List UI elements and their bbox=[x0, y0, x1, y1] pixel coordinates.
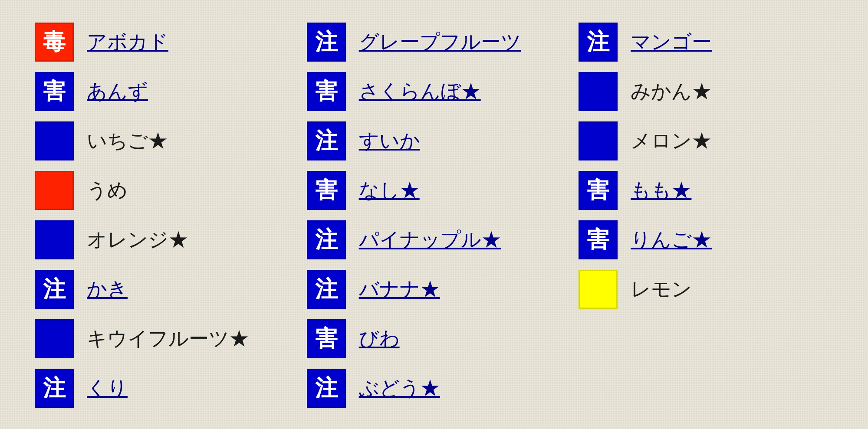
fruit-name: キウイフルーツ★ bbox=[87, 325, 249, 352]
fruit-link[interactable]: りんご★ bbox=[631, 228, 712, 251]
fruit-grid: 毒アボカド害あんずいちご★うめオレンジ★注かきキウイフルーツ★注くり注グレープフ… bbox=[26, 17, 842, 413]
badge-chu: 注 bbox=[307, 270, 346, 309]
badge-chu: 注 bbox=[307, 369, 346, 408]
fruit-link[interactable]: パイナップル★ bbox=[359, 228, 501, 251]
badge-gai: 害 bbox=[579, 171, 618, 210]
fruit-link[interactable]: アボカド bbox=[87, 30, 168, 53]
fruit-name[interactable]: もも★ bbox=[631, 177, 691, 204]
badge-gai: 害 bbox=[307, 171, 346, 210]
fruit-link[interactable]: なし★ bbox=[359, 179, 420, 201]
fruit-link[interactable]: グレープフルーツ bbox=[359, 30, 521, 53]
fruit-name: みかん★ bbox=[631, 78, 712, 105]
fruit-name[interactable]: あんず bbox=[87, 78, 148, 105]
fruit-row: 注すいか bbox=[298, 116, 570, 166]
fruit-row: 害さくらんぼ★ bbox=[298, 67, 570, 116]
fruit-link[interactable]: さくらんぼ★ bbox=[359, 80, 481, 102]
fruit-name[interactable]: りんご★ bbox=[631, 226, 712, 253]
fruit-name[interactable]: なし★ bbox=[359, 177, 420, 204]
fruit-row: 害びわ bbox=[298, 314, 570, 364]
badge-doku: 毒 bbox=[35, 23, 74, 62]
fruit-row: 害りんご★ bbox=[570, 215, 842, 265]
badge-blue-plain bbox=[35, 121, 74, 160]
fruit-row: 毒アボカド bbox=[26, 17, 298, 67]
column-0: 毒アボカド害あんずいちご★うめオレンジ★注かきキウイフルーツ★注くり bbox=[26, 17, 298, 413]
fruit-link[interactable]: かき bbox=[87, 278, 128, 300]
fruit-name[interactable]: かき bbox=[87, 276, 128, 303]
fruit-row: 注パイナップル★ bbox=[298, 215, 570, 265]
fruit-row: 注かき bbox=[26, 265, 298, 314]
fruit-name: オレンジ★ bbox=[87, 226, 188, 253]
fruit-row: 注グレープフルーツ bbox=[298, 17, 570, 67]
fruit-row: うめ bbox=[26, 166, 298, 215]
fruit-link[interactable]: マンゴー bbox=[631, 30, 712, 53]
fruit-row: みかん★ bbox=[570, 67, 842, 116]
badge-gai: 害 bbox=[35, 72, 74, 111]
fruit-name[interactable]: マンゴー bbox=[631, 29, 712, 56]
column-1: 注グレープフルーツ害さくらんぼ★注すいか害なし★注パイナップル★注バナナ★害びわ… bbox=[298, 17, 570, 413]
fruit-row: 害もも★ bbox=[570, 166, 842, 215]
fruit-name[interactable]: くり bbox=[87, 375, 128, 402]
fruit-name[interactable]: ぶどう★ bbox=[359, 375, 440, 402]
badge-chu: 注 bbox=[307, 220, 346, 259]
fruit-name[interactable]: さくらんぼ★ bbox=[359, 78, 481, 105]
fruit-name[interactable]: びわ bbox=[359, 325, 400, 352]
fruit-link[interactable]: すいか bbox=[359, 129, 420, 152]
fruit-name[interactable]: アボカド bbox=[87, 29, 168, 56]
column-2: 注マンゴーみかん★メロン★害もも★害りんご★レモン bbox=[570, 17, 842, 413]
fruit-name[interactable]: パイナップル★ bbox=[359, 226, 501, 253]
badge-red-plain bbox=[35, 171, 74, 210]
badge-gai: 害 bbox=[307, 72, 346, 111]
fruit-row: 注バナナ★ bbox=[298, 265, 570, 314]
badge-chu: 注 bbox=[579, 23, 618, 62]
fruit-row: 注くり bbox=[26, 364, 298, 413]
fruit-link[interactable]: もも★ bbox=[631, 179, 691, 201]
fruit-row: メロン★ bbox=[570, 116, 842, 166]
fruit-link[interactable]: ぶどう★ bbox=[359, 377, 440, 399]
badge-chu: 注 bbox=[35, 369, 74, 408]
badge-blue-plain bbox=[579, 121, 618, 160]
fruit-link[interactable]: びわ bbox=[359, 327, 400, 350]
fruit-row: 注ぶどう★ bbox=[298, 364, 570, 413]
fruit-name[interactable]: グレープフルーツ bbox=[359, 29, 521, 56]
badge-gai: 害 bbox=[579, 220, 618, 259]
fruit-row: キウイフルーツ★ bbox=[26, 314, 298, 364]
fruit-name[interactable]: すいか bbox=[359, 128, 420, 154]
badge-blue-plain bbox=[579, 72, 618, 111]
fruit-row: いちご★ bbox=[26, 116, 298, 166]
fruit-name: いちご★ bbox=[87, 128, 168, 154]
badge-yellow-plain bbox=[579, 270, 618, 309]
badge-chu: 注 bbox=[307, 23, 346, 62]
fruit-row: 注マンゴー bbox=[570, 17, 842, 67]
fruit-name[interactable]: バナナ★ bbox=[359, 276, 440, 303]
badge-chu: 注 bbox=[307, 121, 346, 160]
badge-gai: 害 bbox=[307, 319, 346, 358]
fruit-row: 害なし★ bbox=[298, 166, 570, 215]
fruit-name: レモン bbox=[631, 276, 692, 303]
fruit-name: うめ bbox=[87, 177, 128, 204]
fruit-row: 害あんず bbox=[26, 67, 298, 116]
badge-blue-plain bbox=[35, 220, 74, 259]
fruit-name: メロン★ bbox=[631, 128, 712, 154]
fruit-row: レモン bbox=[570, 265, 842, 314]
fruit-link[interactable]: バナナ★ bbox=[359, 278, 440, 300]
fruit-link[interactable]: くり bbox=[87, 377, 128, 399]
fruit-link[interactable]: あんず bbox=[87, 80, 148, 102]
fruit-row: オレンジ★ bbox=[26, 215, 298, 265]
badge-blue-plain bbox=[35, 319, 74, 358]
badge-chu: 注 bbox=[35, 270, 74, 309]
